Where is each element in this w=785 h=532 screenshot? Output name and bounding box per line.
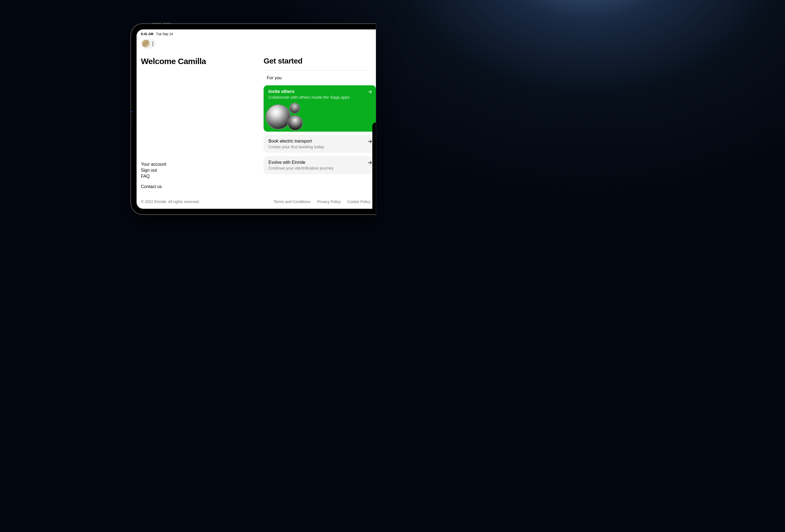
top-bar [136, 36, 376, 49]
person-avatar [288, 116, 302, 130]
device-hardware-buttons [152, 23, 172, 24]
card-subtitle: Continue your electrification journey [269, 166, 371, 170]
link-contact-us[interactable]: Contact us [141, 184, 258, 189]
people-avatars [266, 103, 310, 130]
card-title: Invite others [269, 89, 371, 94]
avatar [142, 40, 150, 47]
link-terms[interactable]: Terms and Conditions [274, 200, 310, 204]
link-your-account[interactable]: Your account [141, 162, 258, 167]
sidebar-links: Your account Sign out FAQ Contact us [141, 162, 258, 189]
link-privacy[interactable]: Privacy Policy [317, 200, 341, 204]
status-date: Tue Sep 14 [156, 32, 173, 36]
device-side-indicators [131, 109, 132, 129]
page-title: Welcome Camilla [141, 57, 258, 66]
person-avatar [290, 103, 300, 113]
card-title: Book electric transport [269, 139, 371, 144]
link-cookie[interactable]: Cookie Policy [347, 200, 371, 204]
profile-menu-button[interactable] [141, 39, 156, 49]
divider [263, 70, 368, 71]
kebab-icon [152, 42, 153, 46]
copyright-text: © 2022 Einride. All rights reserved. [141, 200, 200, 204]
arrow-right-icon [368, 160, 372, 166]
section-title-get-started: Get started [263, 57, 376, 66]
card-invite-others[interactable]: Invite others Collaborate with others in… [263, 85, 376, 132]
card-subtitle: Collaborate with others inside the Saga … [269, 95, 371, 100]
app-screen: 9:41 AM Tue Sep 14 Welcome Camilla Your … [136, 29, 376, 209]
footer: © 2022 Einride. All rights reserved. Ter… [136, 195, 376, 209]
card-book-transport[interactable]: Book electric transport Create your firs… [263, 135, 376, 153]
status-bar: 9:41 AM Tue Sep 14 [136, 29, 376, 36]
card-evolve-einride[interactable]: Evolve with Einride Continue your electr… [263, 156, 376, 174]
card-title: Evolve with Einride [269, 160, 371, 165]
arrow-right-icon [368, 90, 372, 95]
status-time: 9:41 AM [141, 32, 153, 36]
tablet-device-frame: 9:41 AM Tue Sep 14 Welcome Camilla Your … [131, 23, 376, 215]
person-avatar [266, 105, 290, 129]
tab-for-you[interactable]: For you [267, 76, 282, 80]
link-faq[interactable]: FAQ [141, 174, 258, 179]
link-sign-out[interactable]: Sign out [141, 168, 258, 173]
card-subtitle: Create your first booking today [269, 145, 371, 149]
next-card-peek[interactable] [372, 122, 376, 209]
arrow-right-icon [368, 139, 372, 144]
